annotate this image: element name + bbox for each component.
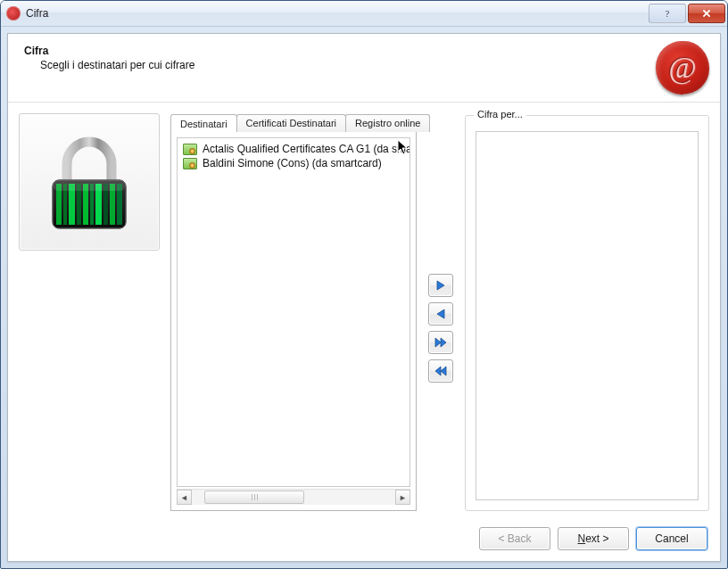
transfer-buttons	[427, 113, 454, 511]
lock-icon	[40, 128, 138, 235]
svg-marker-18	[435, 338, 441, 347]
certificate-icon	[183, 158, 197, 169]
lock-image-panel	[19, 113, 160, 251]
cancel-button-label: Cancel	[655, 532, 688, 545]
window-controls: ?	[649, 4, 725, 23]
wax-seal-logo: @	[656, 41, 709, 95]
cancel-button[interactable]: Cancel	[636, 527, 707, 550]
app-icon	[6, 6, 21, 21]
tab-registro-online[interactable]: Registro online	[345, 114, 430, 132]
page-title: Cifra	[24, 45, 704, 57]
certificate-icon	[183, 144, 197, 155]
help-icon: ?	[663, 9, 672, 18]
list-item[interactable]: Baldini Simone (Cons) (da smartcard)	[179, 156, 408, 170]
svg-marker-19	[441, 338, 446, 347]
list-item-label: Baldini Simone (Cons) (da smartcard)	[203, 157, 382, 169]
svg-marker-20	[441, 367, 446, 375]
header: Cifra Scegli i destinatari per cui cifra…	[8, 34, 720, 102]
tab-destinatari[interactable]: Destinatari	[170, 114, 237, 132]
back-button-label: < Back	[498, 532, 531, 545]
tab-page: Actalis Qualified Certificates CA G1 (da…	[170, 131, 417, 511]
horizontal-scrollbar[interactable]: ◄ ►	[177, 489, 410, 505]
double-arrow-right-icon	[434, 336, 448, 349]
scroll-left-button[interactable]: ◄	[177, 490, 192, 505]
scroll-right-button[interactable]: ►	[395, 490, 410, 505]
page-subtitle: Scegli i destinatari per cui cifrare	[40, 59, 704, 71]
groupbox-label: Cifra per...	[474, 109, 526, 120]
back-button[interactable]: < Back	[479, 527, 550, 550]
page: Cifra Scegli i destinatari per cui cifra…	[7, 33, 721, 562]
scroll-track[interactable]	[192, 490, 395, 505]
recipients-list[interactable]: Actalis Qualified Certificates CA G1 (da…	[177, 137, 410, 487]
cipher-for-groupbox: Cifra per...	[465, 115, 709, 511]
close-button[interactable]	[688, 4, 725, 23]
svg-marker-17	[437, 309, 444, 318]
svg-marker-21	[435, 367, 441, 375]
arrow-left-icon	[434, 308, 447, 320]
scroll-thumb[interactable]	[204, 491, 304, 504]
help-button[interactable]: ?	[649, 4, 686, 23]
svg-text:?: ?	[666, 9, 670, 18]
tab-certificati-destinatari[interactable]: Certificati Destinatari	[236, 114, 346, 132]
remove-all-button[interactable]	[428, 359, 453, 383]
arrow-right-icon	[434, 279, 447, 292]
remove-button[interactable]	[428, 302, 453, 326]
body: Destinatari Certificati Destinatari Regi…	[8, 103, 720, 516]
list-item[interactable]: Actalis Qualified Certificates CA G1 (da…	[179, 142, 408, 156]
recipients-tabhost: Destinatari Certificati Destinatari Regi…	[170, 113, 417, 511]
next-button[interactable]: Next >	[558, 527, 629, 550]
selected-recipients-list[interactable]	[476, 131, 699, 500]
add-button[interactable]	[428, 274, 453, 297]
double-arrow-left-icon	[434, 365, 448, 377]
next-button-label: Next >	[577, 532, 608, 545]
footer: < Back Next > Cancel	[8, 516, 720, 561]
close-icon	[701, 8, 712, 19]
list-item-label: Actalis Qualified Certificates CA G1 (da…	[203, 143, 410, 155]
window-title: Cifra	[26, 7, 649, 20]
add-all-button[interactable]	[428, 331, 453, 354]
dialog-window: Cifra ? Cifra Scegli i destinatari per c…	[0, 0, 728, 569]
svg-marker-16	[437, 281, 444, 290]
tab-strip: Destinatari Certificati Destinatari Regi…	[170, 114, 417, 132]
svg-rect-15	[53, 180, 126, 191]
titlebar: Cifra ?	[1, 1, 727, 27]
